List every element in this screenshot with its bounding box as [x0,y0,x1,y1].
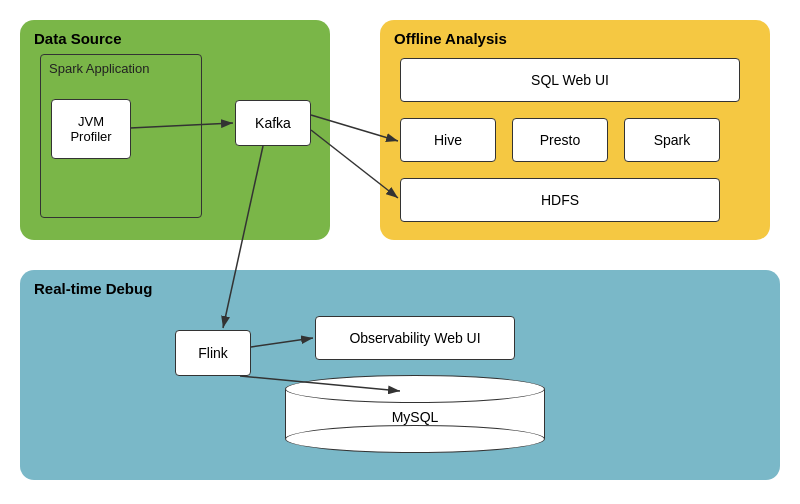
mysql-cylinder-container: MySQL [285,375,545,445]
flink-box: Flink [175,330,251,376]
sql-web-ui-label: SQL Web UI [531,72,609,88]
hive-box: Hive [400,118,496,162]
kafka-box: Kafka [235,100,311,146]
presto-label: Presto [540,132,580,148]
spark-application-label: Spark Application [49,61,149,76]
jvm-profiler-box: JVMProfiler [51,99,131,159]
presto-box: Presto [512,118,608,162]
offline-analysis-title: Offline Analysis [394,30,756,47]
realtime-debug-panel: Real-time Debug Flink Observability Web … [20,270,780,480]
data-source-panel: Data Source Spark Application JVMProfile… [20,20,330,240]
hdfs-box: HDFS [400,178,720,222]
offline-analysis-panel: Offline Analysis SQL Web UI Hive Presto … [380,20,770,240]
observability-web-ui-label: Observability Web UI [349,330,480,346]
hive-label: Hive [434,132,462,148]
realtime-debug-title: Real-time Debug [34,280,766,297]
mysql-cylinder-bottom [285,425,545,453]
sql-web-ui-box: SQL Web UI [400,58,740,102]
kafka-label: Kafka [255,115,291,131]
mysql-label: MySQL [285,409,545,425]
mysql-cylinder-top [285,375,545,403]
data-source-title: Data Source [34,30,316,47]
observability-web-ui-box: Observability Web UI [315,316,515,360]
hdfs-label: HDFS [541,192,579,208]
jvm-profiler-label: JVMProfiler [70,114,111,144]
spark-box: Spark [624,118,720,162]
diagram: Data Source Spark Application JVMProfile… [10,10,790,494]
flink-label: Flink [198,345,228,361]
spark-label: Spark [654,132,691,148]
spark-application-box: Spark Application JVMProfiler [40,54,202,218]
